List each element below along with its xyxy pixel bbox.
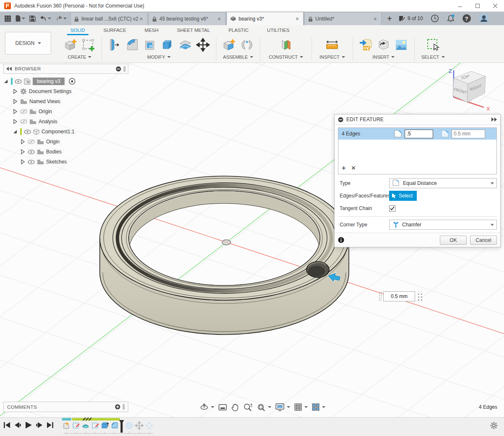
visibility-eye-icon[interactable] [24,130,31,134]
viewport-3d[interactable]: Z X TOP FRONT RIGHT BROWSER [0,63,504,417]
visibility-off-eye-icon[interactable] [20,119,27,124]
browser-row-component-origin[interactable]: Origin [3,137,128,147]
visibility-eye-icon[interactable] [28,160,35,164]
browser-row-sketches[interactable]: Sketches [3,157,128,167]
activate-component-radio[interactable] [69,78,75,85]
collapsed-caret-icon[interactable] [20,159,25,164]
group-label-inspect[interactable]: INSPECT [320,54,345,60]
file-menu-button[interactable] [14,14,26,23]
timeline-suppressed-sphere[interactable] [126,422,132,429]
type-dropdown[interactable]: Equal Distance [389,178,497,188]
collapsed-caret-icon[interactable] [13,119,18,124]
remove-edge-set-button[interactable]: × [351,165,355,171]
tree-item-label[interactable]: Component1:1 [42,129,75,135]
go-to-start-button[interactable] [3,421,11,429]
chamfer-distance-input[interactable] [405,130,433,138]
close-button[interactable] [486,0,504,11]
maximize-button[interactable] [469,0,486,11]
step-back-button[interactable] [14,421,21,429]
chamfer-distance2-input[interactable] [452,130,485,138]
tangent-chain-checkbox[interactable] [389,205,395,212]
tab-close-icon[interactable]: × [139,16,144,22]
display-settings-tool[interactable] [275,403,290,411]
browser-row-document-settings[interactable]: Document Settings [3,86,128,96]
canvas-image-icon[interactable] [393,37,409,53]
dialog-collapse-icon[interactable] [338,117,343,122]
browser-display-toggle-icon[interactable] [116,66,121,72]
ribbon-tab-mesh[interactable]: MESH [135,26,168,35]
ribbon-tab-surface[interactable]: SURFACE [94,26,135,35]
tab-close-icon[interactable]: × [217,16,222,22]
shell-icon[interactable] [142,37,158,53]
collapsed-caret-icon[interactable] [20,149,25,154]
collapse-browser-icon[interactable] [6,67,12,71]
edge-set-list[interactable]: 4 Edges + × [338,127,497,174]
timeline-settings-gear-icon[interactable] [490,421,498,430]
ribbon-tab-plastic[interactable]: PLASTIC [219,26,258,35]
visibility-off-eye-icon[interactable] [28,139,35,144]
workspace-switcher-design[interactable]: DESIGN [5,32,51,54]
group-label-construct[interactable]: CONSTRUCT [269,54,303,60]
play-button[interactable] [24,421,33,429]
origin-marker[interactable] [222,240,231,245]
info-icon[interactable] [338,237,344,243]
expand-caret-icon[interactable] [13,129,18,134]
press-pull-icon[interactable] [107,37,123,53]
measure-icon[interactable] [324,37,340,53]
insert-mesh-icon[interactable] [376,37,392,53]
ribbon-tab-solid[interactable]: SOLID [61,26,94,35]
notifications-bell-icon[interactable] [447,14,455,23]
pan-tool[interactable] [231,403,239,412]
look-at-tool[interactable] [218,403,227,411]
step-forward-button[interactable] [36,421,43,429]
minimize-button[interactable] [451,0,469,11]
doc-tab-untitled[interactable]: Untitled* × [304,12,382,25]
job-status-clock-icon[interactable] [431,14,439,23]
doc-tab-45-bearing-testing[interactable]: 45 bearing testing v6* × [148,12,226,25]
assemble-component-icon[interactable] [221,37,237,53]
add-edge-set-button[interactable]: + [342,165,346,171]
collapsed-caret-icon[interactable] [20,139,25,144]
browser-header[interactable]: BROWSER [3,64,128,74]
tree-item-label[interactable]: Sketches [46,159,67,165]
fit-tool[interactable] [257,403,271,412]
timeline-feature-new-component[interactable] [64,422,69,428]
dimension-drag-handle[interactable] [379,291,382,301]
browser-row-origin[interactable]: Origin [3,106,128,117]
orbit-tool[interactable] [200,402,214,412]
component-group-segment[interactable] [62,418,71,420]
ok-button[interactable]: OK [440,236,467,245]
zoom-tool[interactable] [243,403,253,412]
tree-item-label[interactable]: Document Settings [29,88,71,94]
tree-item-label[interactable]: Origin [39,109,52,114]
drilled-hole[interactable] [307,262,329,278]
feature-group-segment[interactable] [72,418,120,420]
offset-face-icon[interactable] [177,37,193,53]
edge-set-row-selected[interactable]: 4 Edges [338,128,496,140]
timeline-feature-extrude[interactable] [102,423,109,428]
group-label-modify[interactable]: MODIFY [147,54,171,60]
app-grid-icon[interactable] [3,15,12,23]
visibility-eye-icon[interactable] [15,79,22,84]
group-label-select[interactable]: SELECT [421,54,445,60]
cancel-button[interactable]: Cancel [470,236,497,245]
group-label-assemble[interactable]: ASSEMBLE [223,54,253,60]
dialog-header[interactable]: EDIT FEATURE [335,114,500,125]
undo-button[interactable] [39,15,52,23]
timeline-suppressed-pattern[interactable] [145,422,153,429]
select-edges-button[interactable]: Select [389,191,417,201]
browser-row-component1[interactable]: Component1:1 [3,127,128,137]
timeline-position-marker[interactable] [119,420,124,433]
browser-row-analysis[interactable]: Analysis [3,117,128,127]
timeline-feature-chamfer[interactable] [112,423,117,428]
doc-tab-bearing-v3-active[interactable]: bearing v3* × [226,12,304,25]
fillet-icon[interactable] [125,37,140,53]
version-badge[interactable]: 9 of 10 [398,15,423,22]
corner-type-dropdown[interactable]: Chamfer [389,220,497,230]
redo-button[interactable] [54,15,68,23]
help-icon[interactable]: ? [462,14,471,23]
expand-caret-icon[interactable] [3,79,8,84]
go-to-end-button[interactable] [46,421,54,429]
insert-svg-icon[interactable] [358,37,374,53]
tree-item-label[interactable]: Named Views [29,99,60,104]
